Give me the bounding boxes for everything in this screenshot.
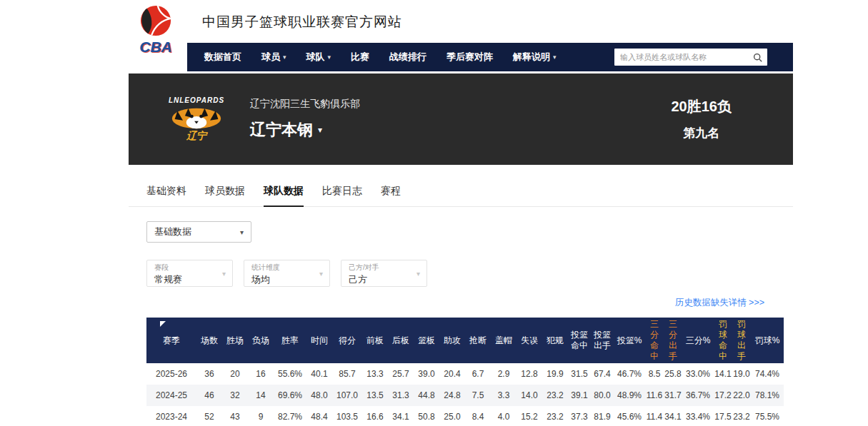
column-header-oreb[interactable]: 前板 bbox=[362, 318, 388, 363]
team-summary: 20胜16负 第九名 bbox=[672, 97, 732, 141]
cell-tov: 12.8 bbox=[517, 363, 542, 385]
column-header-tp_pct[interactable]: 三分% bbox=[682, 318, 714, 363]
cell-losses: 16 bbox=[248, 363, 274, 385]
nav-item-data-home[interactable]: 数据首页 bbox=[194, 43, 251, 71]
cell-losses: 9 bbox=[248, 406, 274, 426]
cell-dreb: 31.3 bbox=[388, 385, 414, 406]
column-header-win_pct[interactable]: 胜率 bbox=[274, 318, 306, 363]
cell-points: 85.7 bbox=[332, 363, 362, 385]
nav-item-players[interactable]: 球员▾ bbox=[251, 43, 296, 71]
cell-oreb: 13.3 bbox=[362, 363, 388, 385]
cell-tp_pct: 33.0% bbox=[682, 363, 714, 385]
cell-stl: 7.5 bbox=[465, 385, 491, 406]
cell-season: 2023-24 bbox=[146, 406, 196, 426]
column-header-stl[interactable]: 抢断 bbox=[465, 318, 491, 363]
cell-wins: 32 bbox=[222, 385, 248, 406]
table-row-2024-25: 2024-2546321469.6%48.0107.013.531.344.82… bbox=[146, 385, 784, 406]
cell-fg_pct: 46.7% bbox=[614, 363, 645, 385]
nav-item-teams[interactable]: 球队▾ bbox=[296, 43, 341, 71]
data-type-select[interactable]: 基础数据 ▾ bbox=[146, 221, 251, 243]
chevron-down-icon: ▾ bbox=[416, 270, 420, 278]
history-missing-data-link[interactable]: 历史数据缺失详情 >>> bbox=[129, 297, 793, 309]
column-header-ast[interactable]: 助攻 bbox=[439, 318, 465, 363]
cell-oreb: 13.5 bbox=[362, 385, 388, 406]
table-row-2025-26: 2025-2636201655.6%40.185.713.325.739.020… bbox=[146, 363, 784, 385]
search-button[interactable] bbox=[747, 49, 767, 66]
cell-dreb: 34.1 bbox=[388, 406, 414, 426]
cell-reb: 44.8 bbox=[414, 385, 439, 406]
cba-logo[interactable]: CBA bbox=[127, 4, 184, 71]
column-header-fgm[interactable]: 投篮命中 bbox=[568, 318, 591, 363]
column-header-pf[interactable]: 犯规 bbox=[542, 318, 568, 363]
nav-item-label: 解释说明 bbox=[513, 51, 550, 64]
team-name-dropdown[interactable]: 辽宁本钢 ▾ bbox=[250, 119, 360, 141]
cell-fg_pct: 45.6% bbox=[614, 406, 645, 426]
cell-fga: 81.9 bbox=[591, 406, 614, 426]
filter-stage[interactable]: 赛段 常规赛 ▾ bbox=[146, 260, 233, 287]
cell-stl: 6.7 bbox=[465, 363, 491, 385]
cell-games: 36 bbox=[196, 363, 222, 385]
sort-indicator-icon bbox=[160, 321, 166, 327]
tab-team-stats[interactable]: 球队数据 bbox=[264, 185, 304, 207]
cell-fta: 22.0 bbox=[732, 385, 751, 406]
column-header-blk[interactable]: 盖帽 bbox=[491, 318, 517, 363]
column-header-time[interactable]: 时间 bbox=[306, 318, 332, 363]
team-rank: 第九名 bbox=[672, 125, 732, 141]
column-header-ft_pct[interactable]: 罚球% bbox=[751, 318, 784, 363]
main-nav: 数据首页 球员▾ 球队▾ 比赛 战绩排行 季后赛对阵 解释说明▾ bbox=[187, 43, 793, 71]
tab-basic-info[interactable]: 基础资料 bbox=[146, 185, 186, 207]
cell-tpm: 11.4 bbox=[645, 406, 664, 426]
column-header-fga[interactable]: 投篮出手 bbox=[591, 318, 614, 363]
filter-label: 赛段 bbox=[154, 264, 225, 271]
cell-reb: 39.0 bbox=[414, 363, 439, 385]
tab-schedule[interactable]: 赛程 bbox=[381, 185, 401, 207]
cell-points: 107.0 bbox=[332, 385, 362, 406]
cell-pf: 23.2 bbox=[542, 406, 568, 426]
cell-pf: 19.9 bbox=[542, 363, 568, 385]
nav-item-label: 球员 bbox=[261, 51, 280, 64]
nav-item-label: 球队 bbox=[306, 51, 325, 64]
nav-item-games[interactable]: 比赛 bbox=[341, 43, 379, 71]
cell-reb: 50.8 bbox=[414, 406, 439, 426]
cell-games: 46 bbox=[196, 385, 222, 406]
column-header-dreb[interactable]: 后板 bbox=[388, 318, 414, 363]
column-header-games[interactable]: 场数 bbox=[196, 318, 222, 363]
column-header-tpm[interactable]: 三分命中 bbox=[645, 318, 664, 363]
content-card: 基础资料 球员数据 球队数据 比赛日志 赛程 基础数据 ▾ 赛段 常规赛 ▾ 统… bbox=[129, 171, 793, 426]
chevron-down-icon: ▾ bbox=[319, 270, 323, 278]
team-logo: LNLEOPARDS 辽宁 bbox=[159, 96, 234, 143]
team-banner: LNLEOPARDS 辽宁 辽宁沈阳三生飞豹俱乐部 辽宁本钢 ▾ 20胜16负 … bbox=[129, 73, 793, 165]
column-header-fta[interactable]: 罚球出手 bbox=[732, 318, 751, 363]
column-header-tpa[interactable]: 三分出手 bbox=[664, 318, 682, 363]
team-record: 20胜16负 bbox=[672, 97, 732, 116]
nav-item-playoff-bracket[interactable]: 季后赛对阵 bbox=[437, 43, 503, 71]
column-header-season[interactable]: 赛季 bbox=[146, 318, 196, 363]
filter-stat-dimension[interactable]: 统计维度 场均 ▾ bbox=[244, 260, 330, 287]
nav-item-label: 季后赛对阵 bbox=[447, 51, 493, 64]
cell-stl: 8.4 bbox=[465, 406, 491, 426]
nav-item-label: 比赛 bbox=[351, 51, 369, 64]
cell-ftm: 17.2 bbox=[714, 385, 732, 406]
search-input[interactable] bbox=[614, 53, 747, 61]
column-header-wins[interactable]: 胜场 bbox=[222, 318, 248, 363]
filter-side[interactable]: 己方/对手 己方 ▾ bbox=[341, 260, 427, 287]
cell-fgm: 39.1 bbox=[568, 385, 591, 406]
cell-fta: 19.0 bbox=[732, 363, 751, 385]
tab-game-log[interactable]: 比赛日志 bbox=[322, 185, 362, 207]
chevron-down-icon: ▾ bbox=[328, 54, 331, 61]
column-header-losses[interactable]: 负场 bbox=[248, 318, 274, 363]
cell-tpm: 11.6 bbox=[645, 385, 664, 406]
column-header-fg_pct[interactable]: 投篮% bbox=[614, 318, 645, 363]
column-header-tov[interactable]: 失误 bbox=[517, 318, 542, 363]
column-header-ftm[interactable]: 罚球命中 bbox=[714, 318, 732, 363]
cell-tp_pct: 36.7% bbox=[682, 385, 714, 406]
cell-win_pct: 69.6% bbox=[274, 385, 306, 406]
nav-item-standings[interactable]: 战绩排行 bbox=[379, 43, 437, 71]
cell-ast: 25.0 bbox=[439, 406, 465, 426]
cell-blk: 4.0 bbox=[491, 406, 517, 426]
column-header-reb[interactable]: 篮板 bbox=[414, 318, 439, 363]
column-header-points[interactable]: 得分 bbox=[332, 318, 362, 363]
cell-blk: 3.3 bbox=[491, 385, 517, 406]
tab-player-stats[interactable]: 球员数据 bbox=[205, 185, 245, 207]
nav-item-glossary[interactable]: 解释说明▾ bbox=[503, 43, 567, 71]
